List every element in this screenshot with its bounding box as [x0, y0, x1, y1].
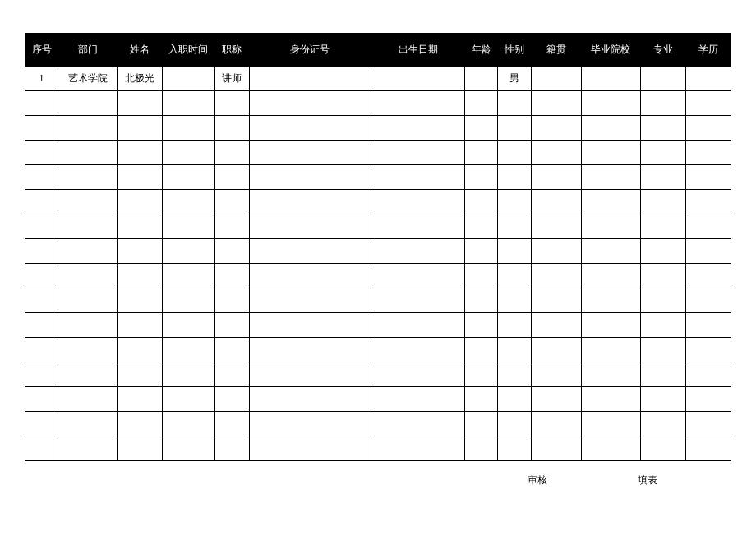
header-name: 姓名 — [118, 34, 163, 67]
table-row: 1艺术学院北极光讲师男 — [25, 67, 731, 91]
cell-title — [214, 313, 249, 338]
cell-school — [581, 387, 640, 412]
cell-age — [465, 264, 498, 288]
cell-dept — [58, 239, 118, 264]
cell-birth — [371, 165, 464, 190]
cell-origin — [531, 165, 581, 190]
cell-major — [640, 436, 685, 461]
cell-age — [465, 67, 498, 91]
cell-age — [465, 214, 498, 239]
staff-table: 序号 部门 姓名 入职时间 职称 身份证号 出生日期 年龄 性别 籍贯 毕业院校… — [25, 33, 731, 461]
cell-gender — [498, 239, 531, 264]
cell-name — [118, 387, 163, 412]
cell-school — [581, 264, 640, 288]
cell-id — [249, 288, 371, 313]
cell-birth — [371, 288, 464, 313]
header-origin: 籍贯 — [531, 34, 581, 67]
cell-school — [581, 362, 640, 387]
cell-hire — [163, 67, 214, 91]
table-row — [25, 288, 731, 313]
cell-school — [581, 214, 640, 239]
cell-origin — [531, 214, 581, 239]
cell-birth — [371, 313, 464, 338]
cell-seq: 1 — [25, 67, 58, 91]
cell-birth — [371, 338, 464, 362]
cell-origin — [531, 116, 581, 141]
header-dept: 部门 — [58, 34, 118, 67]
cell-origin — [531, 141, 581, 165]
cell-birth — [371, 436, 464, 461]
cell-hire — [163, 313, 214, 338]
header-id: 身份证号 — [249, 34, 371, 67]
cell-seq — [25, 362, 58, 387]
cell-major — [640, 67, 685, 91]
cell-title — [214, 288, 249, 313]
cell-age — [465, 362, 498, 387]
cell-major — [640, 264, 685, 288]
cell-dept — [58, 338, 118, 362]
cell-age — [465, 165, 498, 190]
cell-major — [640, 239, 685, 264]
cell-age — [465, 116, 498, 141]
cell-gender — [498, 116, 531, 141]
cell-school — [581, 67, 640, 91]
cell-major — [640, 313, 685, 338]
cell-seq — [25, 338, 58, 362]
cell-gender — [498, 387, 531, 412]
cell-birth — [371, 412, 464, 436]
header-age: 年龄 — [465, 34, 498, 67]
cell-school — [581, 239, 640, 264]
cell-name — [118, 264, 163, 288]
header-hire: 入职时间 — [163, 34, 214, 67]
cell-gender — [498, 190, 531, 214]
cell-seq — [25, 412, 58, 436]
header-school: 毕业院校 — [581, 34, 640, 67]
cell-school — [581, 165, 640, 190]
cell-age — [465, 313, 498, 338]
cell-school — [581, 288, 640, 313]
table-row — [25, 214, 731, 239]
cell-hire — [163, 239, 214, 264]
cell-gender — [498, 362, 531, 387]
cell-gender — [498, 436, 531, 461]
cell-id — [249, 190, 371, 214]
cell-dept — [58, 313, 118, 338]
cell-name — [118, 190, 163, 214]
cell-birth — [371, 239, 464, 264]
table-row — [25, 165, 731, 190]
footer-labels: 审核 填表 — [25, 473, 731, 487]
cell-origin — [531, 313, 581, 338]
cell-origin — [531, 67, 581, 91]
cell-gender — [498, 91, 531, 116]
cell-seq — [25, 116, 58, 141]
cell-hire — [163, 264, 214, 288]
cell-major — [640, 116, 685, 141]
cell-edu — [685, 313, 731, 338]
cell-age — [465, 239, 498, 264]
table-row — [25, 116, 731, 141]
cell-seq — [25, 264, 58, 288]
header-major: 专业 — [640, 34, 685, 67]
cell-hire — [163, 141, 214, 165]
cell-title — [214, 338, 249, 362]
cell-origin — [531, 412, 581, 436]
cell-id — [249, 141, 371, 165]
cell-edu — [685, 190, 731, 214]
cell-name — [118, 214, 163, 239]
cell-school — [581, 141, 640, 165]
cell-seq — [25, 165, 58, 190]
cell-school — [581, 313, 640, 338]
cell-edu — [685, 436, 731, 461]
table-row — [25, 338, 731, 362]
cell-school — [581, 436, 640, 461]
cell-age — [465, 288, 498, 313]
cell-birth — [371, 387, 464, 412]
cell-seq — [25, 91, 58, 116]
cell-hire — [163, 288, 214, 313]
cell-seq — [25, 239, 58, 264]
cell-edu — [685, 387, 731, 412]
cell-age — [465, 412, 498, 436]
header-birth: 出生日期 — [371, 34, 464, 67]
cell-edu — [685, 165, 731, 190]
cell-name — [118, 165, 163, 190]
